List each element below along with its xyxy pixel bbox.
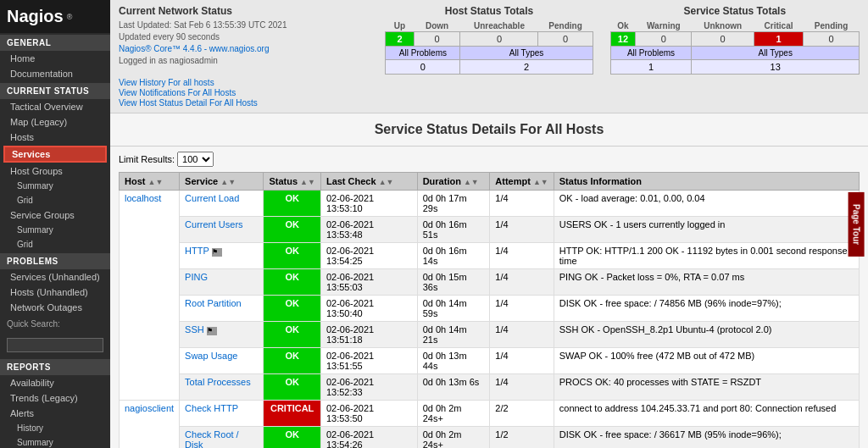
svc-val-critical[interactable]: 1 xyxy=(754,32,803,47)
quick-search-label: Quick Search: xyxy=(0,315,110,333)
service-link[interactable]: Root Partition xyxy=(185,298,242,308)
limit-select[interactable]: 25 50 100 200 xyxy=(177,152,214,167)
duration-cell: 0d 0h 14m 59s xyxy=(417,296,490,322)
info-cell: OK - load average: 0.01, 0.00, 0.04 xyxy=(554,191,859,217)
svc-all-problems-val[interactable]: 1 xyxy=(610,60,692,75)
sidebar-item-problems-services[interactable]: Services (Unhandled) xyxy=(0,269,110,285)
status-cell[interactable]: OK xyxy=(264,322,321,348)
service-cell: Current Users xyxy=(180,217,264,243)
svc-all-types-label[interactable]: All Types xyxy=(692,47,860,60)
info-cell: SWAP OK - 100% free (472 MB out of 472 M… xyxy=(554,348,859,374)
host-all-types-val[interactable]: 2 xyxy=(460,60,593,75)
svc-all-problems-label[interactable]: All Problems xyxy=(610,47,692,60)
sidebar-item-trends-legacy[interactable]: Trends (Legacy) xyxy=(0,390,110,406)
sidebar-item-service-groups-summary[interactable]: Summary xyxy=(0,223,110,237)
sidebar-item-alerts[interactable]: Alerts xyxy=(0,406,110,421)
service-cell: SSH⚑ xyxy=(180,322,264,348)
status-cell[interactable]: OK xyxy=(264,348,321,374)
status-cell[interactable]: OK xyxy=(264,243,321,269)
service-cell: HTTP⚑ xyxy=(180,243,264,269)
service-link[interactable]: SSH xyxy=(185,324,204,335)
duration-cell: 0d 0h 16m 14s xyxy=(417,243,490,269)
col-service[interactable]: Service ▲▼ xyxy=(180,173,264,191)
sidebar-item-documentation[interactable]: Documentation xyxy=(0,66,110,81)
info-cell: PING OK - Packet loss = 0%, RTA = 0.07 m… xyxy=(554,269,859,296)
host-all-types-label[interactable]: All Types xyxy=(460,47,593,60)
status-cell[interactable]: OK xyxy=(264,374,321,401)
service-link[interactable]: Current Load xyxy=(185,193,239,203)
col-duration[interactable]: Duration ▲▼ xyxy=(417,173,490,191)
nagios-link[interactable]: Nagios® Core™ 4.4.6 - www.nagios.org xyxy=(119,44,269,53)
sidebar-item-home[interactable]: Home xyxy=(0,51,110,66)
host-val-down[interactable]: 0 xyxy=(414,32,460,47)
info-cell: SSH OK - OpenSSH_8.2p1 Ubuntu-4 (protoco… xyxy=(554,322,859,348)
status-cell[interactable]: OK xyxy=(264,296,321,322)
view-host-status-link[interactable]: View Host Status Detail For All Hosts xyxy=(119,98,258,108)
host-col-up: Up xyxy=(386,20,414,32)
host-link[interactable]: localhost xyxy=(125,193,161,203)
nagios-info: Nagios® Core™ 4.4.6 - www.nagios.org xyxy=(119,43,368,55)
svc-val-warning[interactable]: 0 xyxy=(636,32,692,47)
service-link[interactable]: Check Root / Disk xyxy=(185,429,239,448)
sidebar-item-alerts-history[interactable]: History xyxy=(0,421,110,435)
col-host[interactable]: Host ▲▼ xyxy=(120,173,180,191)
sidebar-item-services[interactable]: Services xyxy=(3,146,107,163)
status-cell[interactable]: CRITICAL xyxy=(264,401,321,427)
host-link[interactable]: nagiosclient xyxy=(125,403,174,413)
section-current-status: Current Status xyxy=(0,83,110,99)
view-notifications-link[interactable]: View Notifications For All Hosts xyxy=(119,88,236,97)
section-problems: Problems xyxy=(0,253,110,269)
service-link[interactable]: HTTP xyxy=(185,246,209,256)
sidebar-item-host-groups-summary[interactable]: Summary xyxy=(0,179,110,193)
service-link[interactable]: Swap Usage xyxy=(185,351,237,361)
service-link[interactable]: Total Processes xyxy=(185,377,251,387)
host-all-problems-label[interactable]: All Problems xyxy=(386,47,460,60)
service-cell: Check HTTP xyxy=(180,401,264,427)
duration-cell: 0d 0h 17m 29s xyxy=(417,191,490,217)
service-link[interactable]: PING xyxy=(185,272,208,282)
status-cell[interactable]: OK xyxy=(264,427,321,449)
service-totals-table: Ok Warning Unknown Critical Pending 12 0… xyxy=(610,20,860,75)
flag-icon: ⚑ xyxy=(212,248,222,257)
service-cell: Current Load xyxy=(180,191,264,217)
host-val-unreachable[interactable]: 0 xyxy=(460,32,538,47)
sort-service-icon: ▲▼ xyxy=(220,178,236,186)
sidebar-item-map-legacy[interactable]: Map (Legacy) xyxy=(0,114,110,130)
sidebar-item-host-groups[interactable]: Host Groups xyxy=(0,163,110,179)
svc-val-pending[interactable]: 0 xyxy=(804,32,860,47)
col-status[interactable]: Status ▲▼ xyxy=(264,173,321,191)
table-row: localhostCurrent LoadOK02-06-2021 13:53:… xyxy=(120,191,860,217)
view-history-link[interactable]: View History For all hosts xyxy=(119,78,214,87)
status-cell[interactable]: OK xyxy=(264,191,321,217)
last-check-cell: 02-06-2021 13:53:50 xyxy=(320,401,417,427)
service-link[interactable]: Check HTTP xyxy=(185,403,238,413)
sidebar-item-hosts[interactable]: Hosts xyxy=(0,130,110,145)
sidebar-item-alerts-summary[interactable]: Summary xyxy=(0,435,110,448)
sidebar-item-tactical-overview[interactable]: Tactical Overview xyxy=(0,99,110,114)
svc-all-types-val[interactable]: 13 xyxy=(692,60,860,75)
sidebar-item-network-outages[interactable]: Network Outages xyxy=(0,300,110,315)
host-val-up[interactable]: 2 xyxy=(386,32,414,47)
col-last-check[interactable]: Last Check ▲▼ xyxy=(320,173,417,191)
svc-val-unknown[interactable]: 0 xyxy=(692,32,754,47)
status-cell[interactable]: OK xyxy=(264,217,321,243)
col-info: Status Information xyxy=(554,173,859,191)
sidebar-item-problems-hosts[interactable]: Hosts (Unhandled) xyxy=(0,285,110,300)
col-attempt[interactable]: Attempt ▲▼ xyxy=(490,173,554,191)
sidebar-item-service-groups[interactable]: Service Groups xyxy=(0,207,110,223)
host-val-pending[interactable]: 0 xyxy=(538,32,593,47)
duration-cell: 0d 0h 2m 24s+ xyxy=(417,401,490,427)
info-cell: HTTP OK: HTTP/1.1 200 OK - 11192 bytes i… xyxy=(554,243,859,269)
svc-val-ok[interactable]: 12 xyxy=(610,32,636,47)
host-all-problems-val[interactable]: 0 xyxy=(386,60,460,75)
status-cell[interactable]: OK xyxy=(264,269,321,296)
page-tour-tab[interactable]: Page Tour xyxy=(848,191,864,256)
sidebar-item-host-groups-grid[interactable]: Grid xyxy=(0,193,110,207)
service-link[interactable]: Current Users xyxy=(185,219,242,230)
info-cell: DISK OK - free space: / 74856 MB (96% in… xyxy=(554,296,859,322)
sidebar-item-availability[interactable]: Availability xyxy=(0,375,110,390)
sort-duration-icon: ▲▼ xyxy=(464,178,479,186)
duration-cell: 0d 0h 14m 21s xyxy=(417,322,490,348)
sidebar-item-service-groups-grid[interactable]: Grid xyxy=(0,237,110,252)
search-input[interactable] xyxy=(7,338,103,352)
